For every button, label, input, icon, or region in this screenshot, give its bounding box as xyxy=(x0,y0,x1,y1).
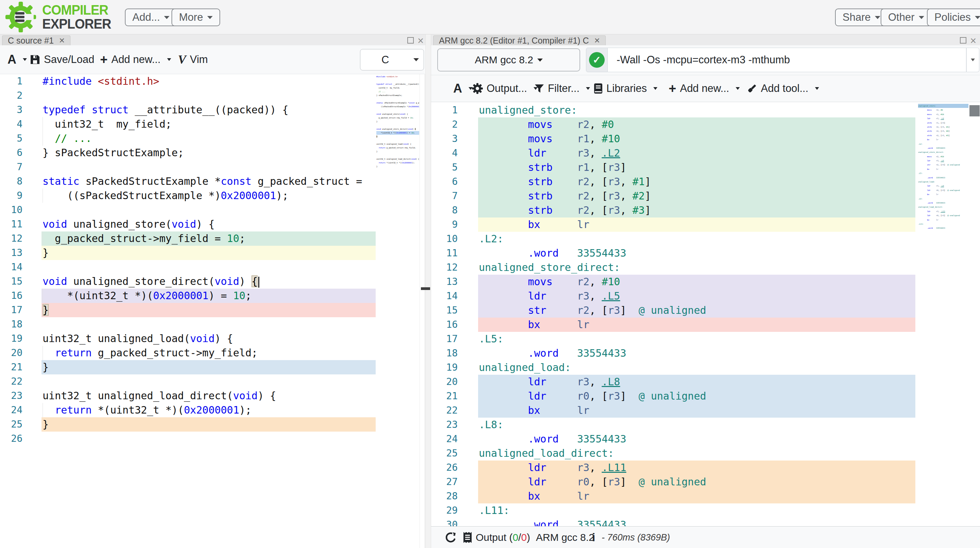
source-line-16[interactable]: 16 *(uint32_t *)(0x2000001) = 10; xyxy=(0,288,425,303)
output-menu-button[interactable]: Output... xyxy=(472,75,538,102)
source-line-8[interactable]: 8static sPackedStructExample *const g_pa… xyxy=(0,174,425,189)
add-new-button[interactable]: + Add new... xyxy=(100,45,171,74)
maximize-pane-icon[interactable] xyxy=(960,37,966,43)
compiler-info-icon[interactable]: i xyxy=(592,531,595,544)
source-line-15[interactable]: 15void unaligned_store_direct(void) { xyxy=(0,274,425,288)
line-number: 3 xyxy=(0,103,22,117)
add-tool-button[interactable]: Add tool... xyxy=(747,75,819,102)
asm-line-23[interactable]: 23.L8: xyxy=(431,417,980,432)
asm-line-14[interactable]: 14 ldr r3, .L5 xyxy=(431,289,980,303)
asm-line-17[interactable]: 17.L5: xyxy=(431,332,980,346)
source-line-11[interactable]: 11void unaligned_store(void) { xyxy=(0,217,425,231)
line-content: void unaligned_store_direct(void) { xyxy=(41,274,375,288)
asm-line-5[interactable]: 5 strb r1, [r3] xyxy=(431,160,980,175)
asm-line-16[interactable]: 16 bx lr xyxy=(431,317,980,332)
source-line-9[interactable]: 9 ((sPackedStructExample *)0x2000001); xyxy=(0,189,425,203)
source-line-1[interactable]: 1#include <stdint.h> xyxy=(0,74,425,89)
source-line-10[interactable]: 10 xyxy=(0,203,425,217)
asm-line-28[interactable]: 28 bx lr xyxy=(431,489,980,503)
minimap-line: strb r1, [r3] xyxy=(918,121,969,125)
asm-line-9[interactable]: 9 bx lr xyxy=(431,218,980,232)
font-size-button[interactable]: A xyxy=(8,45,27,74)
source-line-4[interactable]: 4 uint32_t my_field; xyxy=(0,117,425,131)
asm-line-4[interactable]: 4 ldr r3, .L2 xyxy=(431,146,980,160)
add-new-button[interactable]: + Add new... xyxy=(669,75,740,102)
source-line-25[interactable]: 25} xyxy=(0,417,425,432)
source-line-5[interactable]: 5 // ... xyxy=(0,131,425,146)
source-line-14[interactable]: 14 xyxy=(0,260,425,274)
filter-menu-button[interactable]: Filter... xyxy=(535,75,590,102)
add-menu-button[interactable]: Add... xyxy=(125,8,177,26)
options-dropdown-button[interactable] xyxy=(966,48,979,72)
source-line-18[interactable]: 18 xyxy=(0,317,425,331)
asm-scrollbar-thumb[interactable] xyxy=(969,105,980,116)
minimap-line: ldr r0, [r3] @ unaligned xyxy=(918,213,969,218)
asm-line-19[interactable]: 19unaligned_load: xyxy=(431,360,980,375)
source-line-24[interactable]: 24 return *(uint32_t *)(0x2000001); xyxy=(0,403,425,417)
source-line-21[interactable]: 21} xyxy=(0,360,425,374)
asm-line-3[interactable]: 3 movs r1, #10 xyxy=(431,132,980,146)
logo-wordmark[interactable]: COMPILER EXPLORER xyxy=(42,3,111,31)
share-button[interactable]: Share xyxy=(835,8,888,26)
asm-line-6[interactable]: 6 strb r2, [r3, #1] xyxy=(431,175,980,189)
vim-toggle-button[interactable]: V Vim xyxy=(178,45,208,74)
source-scrollbar[interactable] xyxy=(420,74,425,548)
source-line-13[interactable]: 13} xyxy=(0,246,425,260)
asm-line-20[interactable]: 20 ldr r3, .L8 xyxy=(431,375,980,389)
asm-line-18[interactable]: 18 .word 33554433 xyxy=(431,346,980,360)
asm-line-27[interactable]: 27 ldr r0, [r3] @ unaligned xyxy=(431,475,980,489)
source-line-19[interactable]: 19uint32_t unaligned_load(void) { xyxy=(0,331,425,346)
asm-line-30[interactable]: 30 .word 33554433 xyxy=(431,518,980,526)
source-line-7[interactable]: 7 xyxy=(0,160,425,174)
compiler-options-input[interactable]: -Wall -Os -mcpu=cortex-m3 -mthumb xyxy=(608,48,966,72)
source-line-12[interactable]: 12 g_packed_struct->my_field = 10; xyxy=(0,231,425,246)
source-line-22[interactable]: 22 xyxy=(0,374,425,389)
save-load-button[interactable]: Save/Load xyxy=(30,45,94,74)
libraries-button[interactable]: Libraries xyxy=(594,75,657,102)
more-menu-button[interactable]: More xyxy=(172,8,220,26)
minimap-line: .L8: xyxy=(918,197,969,201)
source-editor[interactable]: 1#include <stdint.h>23typedef struct __a… xyxy=(0,74,425,548)
asm-line-24[interactable]: 24 .word 33554433 xyxy=(431,432,980,446)
asm-line-7[interactable]: 7 strb r2, [r3, #2] xyxy=(431,189,980,203)
source-line-20[interactable]: 20 return g_packed_struct->my_field; xyxy=(0,346,425,360)
asm-line-11[interactable]: 11 .word 33554433 xyxy=(431,246,980,260)
language-select[interactable]: C xyxy=(360,49,424,70)
asm-line-10[interactable]: 10.L2: xyxy=(431,232,980,246)
pane-splitter[interactable] xyxy=(425,34,431,548)
asm-line-2[interactable]: 2 movs r2, #0 xyxy=(431,118,980,132)
asm-line-15[interactable]: 15 str r2, [r3] @ unaligned xyxy=(431,303,980,317)
splitter-drag-handle[interactable] xyxy=(421,287,430,290)
asm-line-26[interactable]: 26 ldr r3, .L11 xyxy=(431,460,980,475)
gear-icon xyxy=(472,83,483,94)
policies-button[interactable]: Policies xyxy=(927,8,980,26)
font-size-button[interactable]: A xyxy=(453,75,473,102)
asm-line-12[interactable]: 12unaligned_store_direct: xyxy=(431,260,980,275)
asm-line-1[interactable]: 1unaligned_store: xyxy=(431,103,980,118)
source-line-6[interactable]: 6} sPackedStructExample; xyxy=(0,146,425,160)
source-line-2[interactable]: 2 xyxy=(0,89,425,103)
asm-minimap[interactable]: unaligned_store: movs r2, #0 movs r1, #1… xyxy=(918,104,969,232)
asm-editor[interactable]: 1unaligned_store:2 movs r2, #03 movs r1,… xyxy=(431,102,980,526)
tab-c-source[interactable]: C source #1 × xyxy=(2,35,70,45)
asm-line-13[interactable]: 13 movs r2, #10 xyxy=(431,275,980,289)
asm-line-21[interactable]: 21 ldr r0, [r3] @ unaligned xyxy=(431,389,980,403)
source-line-17[interactable]: 17} xyxy=(0,303,425,317)
other-menu-button[interactable]: Other xyxy=(881,8,932,26)
asm-line-8[interactable]: 8 strb r2, [r3, #3] xyxy=(431,203,980,218)
source-line-26[interactable]: 26 xyxy=(0,432,425,446)
recompile-button[interactable] xyxy=(445,531,457,543)
close-tab-icon[interactable]: × xyxy=(594,37,600,44)
source-line-23[interactable]: 23uint32_t unaligned_load_direct(void) { xyxy=(0,389,425,403)
asm-line-25[interactable]: 25unaligned_load_direct: xyxy=(431,446,980,460)
source-minimap[interactable]: #include <stdint.h>typedef struct __attr… xyxy=(376,75,419,174)
close-tab-icon[interactable]: × xyxy=(59,37,65,44)
output-counts[interactable]: Output (0/0) xyxy=(476,532,530,543)
source-line-3[interactable]: 3typedef struct __attribute__((packed)) … xyxy=(0,103,425,117)
asm-line-22[interactable]: 22 bx lr xyxy=(431,403,980,417)
tab-compiler[interactable]: ARM gcc 8.2 (Editor #1, Compiler #1) C × xyxy=(433,35,606,45)
output-toggle[interactable] xyxy=(463,532,472,543)
compiler-select[interactable]: ARM gcc 8.2 xyxy=(437,48,580,72)
maximize-pane-icon[interactable] xyxy=(407,37,414,43)
asm-line-29[interactable]: 29.L11: xyxy=(431,503,980,518)
